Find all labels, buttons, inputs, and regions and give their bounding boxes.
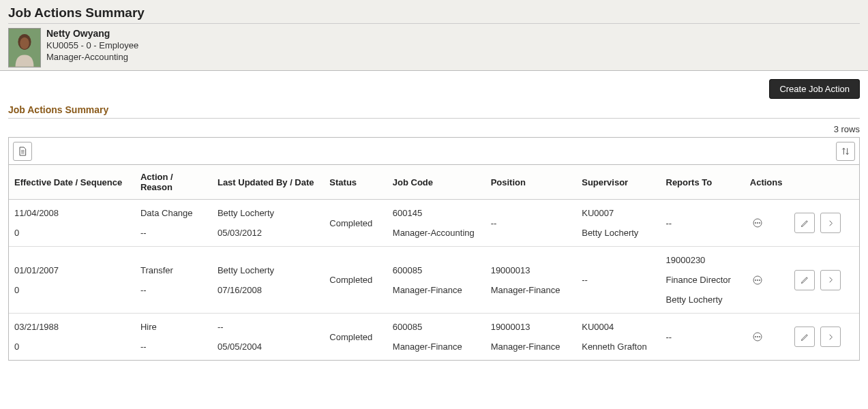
svg-point-6	[759, 222, 760, 223]
cell-value: Manager-Finance	[491, 342, 571, 352]
svg-point-13	[757, 336, 758, 337]
cell-value: 600145	[393, 208, 480, 218]
cell-value: --	[666, 218, 739, 228]
table-row: 11/04/20080Data Change--Betty Locherty05…	[9, 200, 859, 247]
more-actions-icon[interactable]	[750, 273, 765, 288]
sort-icon-button[interactable]	[836, 142, 855, 161]
cell-value: --	[140, 228, 207, 238]
cell-value: Kenneth Grafton	[582, 342, 655, 352]
col-effdate-seq[interactable]: Effective Date / Sequence	[9, 165, 135, 200]
chevron-right-icon	[826, 332, 836, 342]
employee-block: Netty Owyang KU0055 - 0 - Employee Manag…	[8, 28, 860, 67]
cell-value: 11/04/2008	[14, 208, 130, 218]
col-last-updated[interactable]: Last Updated By / Date	[212, 165, 324, 200]
cell-value: 0	[14, 228, 130, 238]
svg-point-5	[757, 222, 758, 223]
edit-button[interactable]	[794, 270, 815, 290]
svg-point-12	[755, 336, 755, 337]
chevron-right-icon	[826, 275, 836, 285]
cell-value: --	[666, 332, 739, 342]
col-actions[interactable]: Actions	[745, 165, 789, 200]
status-cell: Completed	[324, 247, 387, 314]
cell-value: Data Change	[140, 208, 207, 218]
grid-toolbar	[9, 138, 859, 165]
status-cell: Completed	[324, 314, 387, 361]
more-actions-icon[interactable]	[750, 215, 765, 230]
detail-button[interactable]	[820, 270, 841, 290]
col-supervisor[interactable]: Supervisor	[576, 165, 660, 200]
cell-value: --	[582, 275, 655, 285]
section-title: Job Actions Summary	[8, 104, 860, 119]
cell-value: 19000013	[491, 265, 571, 275]
cell-value: KU0004	[582, 322, 655, 332]
page-header: Job Actions Summary Netty Owyang KU0055 …	[0, 0, 868, 71]
col-reports-to[interactable]: Reports To	[661, 165, 745, 200]
employee-role: Manager-Accounting	[46, 52, 138, 62]
more-actions-icon[interactable]	[750, 329, 765, 344]
svg-point-2	[20, 37, 29, 49]
cell-value: KU0007	[582, 208, 655, 218]
document-icon-button[interactable]	[13, 142, 32, 161]
employee-name: Netty Owyang	[46, 28, 138, 39]
cell-value: --	[140, 285, 207, 295]
detail-button[interactable]	[820, 213, 841, 233]
col-rowactions	[789, 165, 859, 200]
cell-value: --	[140, 342, 207, 352]
pencil-icon	[800, 275, 810, 285]
table-row: 01/01/20070Transfer--Betty Locherty07/16…	[9, 247, 859, 314]
cell-value: 05/05/2004	[218, 342, 318, 352]
cell-value: 0	[14, 285, 130, 295]
cell-value: Betty Locherty	[666, 294, 739, 305]
col-job-code[interactable]: Job Code	[387, 165, 485, 200]
cell-value: 0	[14, 342, 130, 352]
cell-value: Transfer	[140, 265, 207, 275]
col-position[interactable]: Position	[485, 165, 577, 200]
row-count-label: 3 rows	[8, 124, 860, 134]
cell-value: 07/16/2008	[218, 285, 318, 295]
cell-value: Manager-Accounting	[393, 228, 480, 238]
table-row: 03/21/19880Hire----05/05/2004Completed60…	[9, 314, 859, 361]
cell-value: 600085	[393, 322, 480, 332]
cell-value: --	[218, 322, 318, 332]
cell-value: 600085	[393, 265, 480, 275]
header-divider	[8, 23, 860, 24]
svg-point-8	[755, 279, 755, 280]
cell-value: Betty Locherty	[582, 228, 655, 238]
edit-button[interactable]	[794, 327, 815, 347]
avatar	[8, 28, 41, 67]
cell-value: Manager-Finance	[393, 342, 480, 352]
content-area: Create Job Action Job Actions Summary 3 …	[0, 71, 868, 361]
grid-wrapper: Effective Date / Sequence Action / Reaso…	[8, 137, 860, 361]
cell-value: 01/01/2007	[14, 265, 130, 275]
svg-point-10	[759, 279, 760, 280]
col-action-reason[interactable]: Action / Reason	[135, 165, 212, 200]
cell-value: Finance Director	[666, 275, 739, 285]
cell-value: Manager-Finance	[491, 285, 571, 295]
page-title: Job Actions Summary	[8, 5, 860, 20]
employee-id-line: KU0055 - 0 - Employee	[46, 40, 138, 50]
sort-icon	[840, 146, 851, 157]
detail-button[interactable]	[820, 327, 841, 347]
cell-value: Hire	[140, 322, 207, 332]
cell-value: 19000013	[491, 322, 571, 332]
create-job-action-button[interactable]: Create Job Action	[769, 79, 860, 99]
job-actions-table: Effective Date / Sequence Action / Reaso…	[9, 165, 859, 360]
status-cell: Completed	[324, 200, 387, 247]
cell-value: 03/21/1988	[14, 322, 130, 332]
table-header-row: Effective Date / Sequence Action / Reaso…	[9, 165, 859, 200]
cell-value: 19000230	[666, 255, 739, 265]
cell-value: 05/03/2012	[218, 228, 318, 238]
action-bar: Create Job Action	[8, 71, 860, 104]
cell-value: Manager-Finance	[393, 285, 480, 295]
edit-button[interactable]	[794, 213, 815, 233]
svg-point-4	[755, 222, 755, 223]
employee-info: Netty Owyang KU0055 - 0 - Employee Manag…	[46, 28, 138, 62]
col-status[interactable]: Status	[324, 165, 387, 200]
cell-value: Betty Locherty	[218, 208, 318, 218]
cell-value: Betty Locherty	[218, 265, 318, 275]
cell-value: --	[491, 218, 571, 228]
pencil-icon	[800, 218, 810, 228]
svg-point-14	[759, 336, 760, 337]
pencil-icon	[800, 332, 810, 342]
document-icon	[17, 146, 28, 157]
